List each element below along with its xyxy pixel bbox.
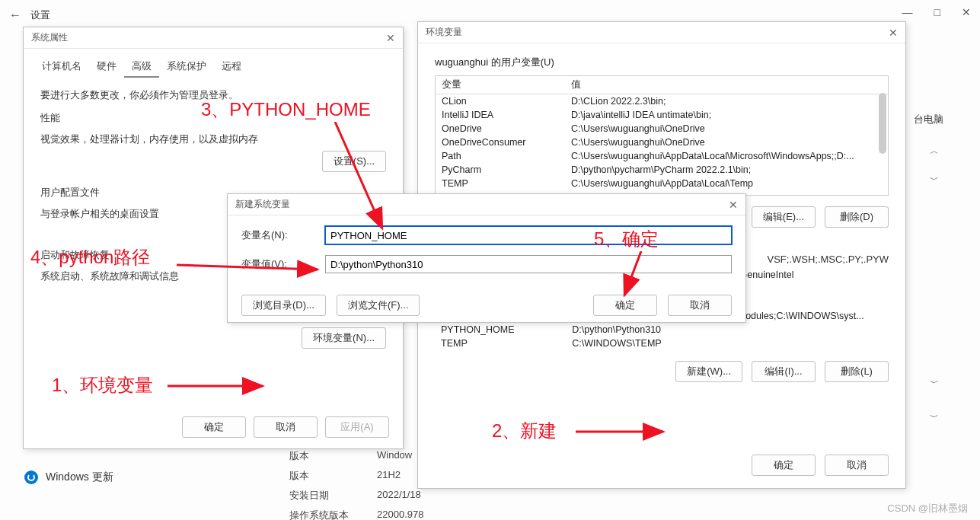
this-pc-label: 台电脑 (914, 113, 943, 126)
table-row: CLionD:\CLion 2022.2.3\bin; (436, 94, 888, 109)
chevron-up-icon[interactable]: ︿ (927, 145, 942, 158)
cancel-button[interactable]: 取消 (825, 455, 889, 476)
browse-file-button[interactable]: 浏览文件(F)... (337, 295, 420, 316)
env-var-button[interactable]: 环境变量(N)... (302, 327, 386, 349)
apply-button: 应用(A) (325, 416, 389, 438)
browse-dir-button[interactable]: 浏览目录(D)... (241, 295, 326, 316)
perf-title: 性能 (40, 111, 386, 125)
scrollbar[interactable] (879, 93, 886, 154)
edit-user-button[interactable]: 编辑(E)... (752, 206, 816, 228)
tab-system-protect[interactable]: 系统保护 (159, 56, 214, 78)
tab-hardware[interactable]: 硬件 (89, 56, 124, 78)
windows-update-label: Windows 更新 (46, 471, 113, 484)
tab-remote[interactable]: 远程 (214, 56, 249, 78)
cancel-button[interactable]: 取消 (254, 416, 318, 438)
var-name-label: 变量名(N): (241, 228, 325, 242)
var-value-label: 变量值(V): (241, 257, 325, 271)
chevron-down-icon[interactable]: ﹀ (927, 377, 942, 390)
col-variable[interactable]: 变量 (436, 76, 565, 94)
close-icon[interactable]: ✕ (386, 32, 395, 44)
back-icon[interactable]: ← (9, 8, 21, 22)
tab-advanced[interactable]: 高级 (124, 56, 159, 78)
table-row: TEMPC:\WINDOWS\TEMP (435, 337, 889, 350)
table-row: IntelliJ IDEAD:\java\intelliJ IDEA untim… (436, 108, 888, 122)
dialog-titlebar: 新建系统变量 ✕ (228, 194, 745, 215)
perf-desc: 视觉效果，处理器计划，内存使用，以及虚拟内存 (40, 132, 386, 146)
tab-computer-name[interactable]: 计算机名 (34, 56, 89, 78)
table-row: TEMPC:\Users\wuguanghui\AppData\Local\Te… (436, 177, 888, 190)
minimize-icon[interactable]: — (902, 6, 913, 18)
tab-bar: 计算机名 硬件 高级 系统保护 远程 (24, 49, 403, 78)
ok-button[interactable]: 确定 (593, 295, 657, 316)
window-controls: — □ ✕ (902, 6, 971, 18)
ok-button[interactable]: 确定 (752, 455, 816, 476)
var-name-input[interactable] (325, 226, 732, 244)
chevron-down-icon[interactable]: ﹀ (927, 174, 942, 187)
close-icon[interactable]: ✕ (729, 199, 738, 211)
table-row: OneDriveConsumerC:\Users\wuguanghui\OneD… (436, 136, 888, 149)
table-row: PYTHON_HOMED:\python\Python310 (435, 323, 889, 337)
var-value-input[interactable] (325, 255, 732, 273)
cancel-button[interactable]: 取消 (668, 295, 732, 316)
windows-update-item[interactable]: Windows 更新 (24, 471, 113, 484)
table-row: OneDriveC:\Users\wuguanghui\OneDrive (436, 122, 888, 136)
close-icon[interactable]: ✕ (889, 27, 898, 39)
table-row: PyCharmD:\python\pycharm\PyCharm 2022.2.… (436, 163, 888, 177)
watermark: CSDN @旧林墨烟 (887, 502, 968, 515)
ok-button[interactable]: 确定 (182, 416, 246, 438)
update-icon (24, 471, 38, 484)
dialog-titlebar: 环境变量 ✕ (418, 22, 905, 43)
table-row: PathC:\Users\wuguanghui\AppData\Local\Mi… (436, 149, 888, 163)
delete-sys-button[interactable]: 删除(L) (825, 361, 889, 382)
perf-settings-button[interactable]: 设置(S)... (322, 151, 386, 172)
edit-sys-button[interactable]: 编辑(I)... (752, 361, 816, 382)
admin-note: 要进行大多数更改，你必须作为管理员登录。 (40, 88, 386, 102)
user-vars-label: wuguanghui 的用户变量(U) (435, 56, 889, 69)
delete-user-button[interactable]: 删除(D) (825, 206, 889, 228)
settings-title: 设置 (30, 8, 50, 22)
col-value[interactable]: 值 (565, 76, 888, 94)
dialog-title: 系统属性 (31, 31, 68, 44)
dialog-title: 新建系统变量 (235, 198, 290, 211)
new-sys-button[interactable]: 新建(W)... (675, 361, 742, 382)
new-sys-var-dialog: 新建系统变量 ✕ 变量名(N): 变量值(V): 浏览目录(D)... 浏览文件… (227, 193, 746, 323)
maximize-icon[interactable]: □ (934, 6, 940, 18)
system-info: 版本Window 版本21H2 安装日期2022/1/18 操作系统版本2200… (289, 449, 423, 520)
user-vars-table[interactable]: 变量 值 CLionD:\CLion 2022.2.3\bin; Intelli… (435, 75, 889, 196)
chevron-down-icon[interactable]: ﹀ (927, 411, 942, 424)
close-icon[interactable]: ✕ (962, 6, 971, 18)
dialog-titlebar: 系统属性 ✕ (24, 27, 403, 49)
dialog-title: 环境变量 (426, 26, 462, 39)
